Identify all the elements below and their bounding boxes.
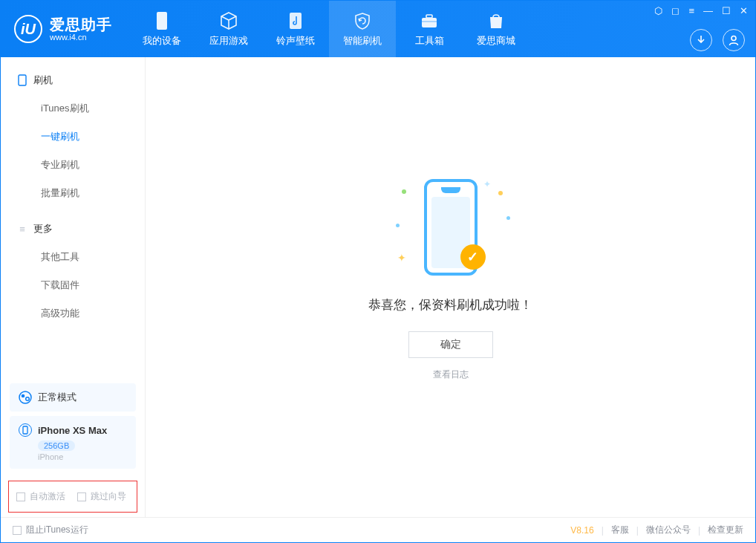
logo-block: iU 爱思助手 www.i4.cn [1, 15, 128, 43]
header-right [690, 29, 745, 51]
device-card[interactable]: iPhone XS Max 256GB iPhone [10, 416, 136, 469]
menu-icon[interactable]: ≡ [688, 5, 694, 16]
download-button[interactable] [690, 29, 712, 51]
refresh-shield-icon [353, 11, 372, 30]
sidebar-item-itunes-flash[interactable]: iTunes刷机 [1, 94, 145, 123]
checkbox-box-icon [13, 526, 22, 535]
main-content: ✓ ✦ ✦ 恭喜您，保资料刷机成功啦！ 确定 查看日志 [146, 57, 755, 517]
checkbox-box-icon [16, 492, 25, 501]
sidebar-item-pro-flash[interactable]: 专业刷机 [1, 151, 145, 179]
bag-icon [487, 11, 505, 30]
titlebar-icons: ⬡ ◻ ≡ — ☐ ✕ [654, 5, 748, 16]
device-type: iPhone [38, 452, 127, 461]
tab-store[interactable]: 爱思商城 [463, 1, 529, 57]
svg-rect-0 [157, 12, 167, 30]
sidebar-item-download-firmware[interactable]: 下载固件 [1, 271, 145, 299]
close-icon[interactable]: ✕ [740, 5, 748, 16]
logo-icon: iU [14, 15, 42, 43]
separator: | [602, 525, 604, 536]
app-window: iU 爱思助手 www.i4.cn 我的设备 应用游戏 铃声壁纸 智能刷机 [0, 0, 756, 543]
checkbox-block-itunes[interactable]: 阻止iTunes运行 [13, 524, 88, 536]
sidebar-item-batch-flash[interactable]: 批量刷机 [1, 179, 145, 207]
group-title: 刷机 [33, 74, 53, 87]
separator: | [698, 525, 700, 536]
sidebar-scroll: 刷机 iTunes刷机 一键刷机 专业刷机 批量刷机 ≡ 更多 其他工具 下载固… [1, 57, 145, 376]
wechat-link[interactable]: 微信公众号 [646, 524, 691, 536]
mode-icon [19, 391, 32, 404]
phone-icon [154, 11, 170, 30]
tab-ringtone-wallpaper[interactable]: 铃声壁纸 [262, 1, 329, 57]
minimize-icon[interactable]: — [703, 5, 713, 16]
tab-apps-games[interactable]: 应用游戏 [195, 1, 262, 57]
download-icon [695, 34, 707, 46]
check-badge-icon: ✓ [460, 244, 486, 270]
tab-my-device[interactable]: 我的设备 [128, 1, 195, 57]
svg-rect-2 [422, 18, 437, 27]
success-block: ✓ ✦ ✦ 恭喜您，保资料刷机成功啦！ 确定 查看日志 [368, 172, 532, 381]
svg-rect-3 [426, 15, 432, 18]
checkbox-box-icon [77, 492, 86, 501]
footer: 阻止iTunes运行 V8.16 | 客服 | 微信公众号 | 检查更新 [1, 517, 755, 542]
device-name: iPhone XS Max [38, 425, 107, 436]
body: 刷机 iTunes刷机 一键刷机 专业刷机 批量刷机 ≡ 更多 其他工具 下载固… [1, 57, 755, 517]
separator: | [636, 525, 639, 536]
view-log-link[interactable]: 查看日志 [433, 368, 469, 381]
account-button[interactable] [723, 29, 745, 51]
main-tabs: 我的设备 应用游戏 铃声壁纸 智能刷机 工具箱 爱思商城 [128, 1, 529, 57]
sidebar-item-advanced[interactable]: 高级功能 [1, 299, 145, 328]
list-icon: ≡ [17, 224, 27, 234]
tab-toolbox[interactable]: 工具箱 [396, 1, 463, 57]
tab-label: 爱思商城 [477, 34, 515, 48]
checkbox-label: 跳过向导 [91, 490, 126, 503]
device-row: iPhone XS Max [19, 423, 127, 437]
svg-point-8 [22, 394, 25, 398]
footer-right: V8.16 | 客服 | 微信公众号 | 检查更新 [570, 524, 743, 536]
svg-point-5 [731, 36, 736, 41]
checkbox-label: 阻止iTunes运行 [26, 524, 88, 536]
toolbox-icon [420, 11, 439, 30]
success-illustration: ✓ ✦ ✦ [369, 172, 532, 283]
tab-label: 智能刷机 [343, 34, 382, 48]
music-file-icon [287, 11, 304, 30]
svg-point-7 [19, 391, 31, 403]
tab-label: 铃声壁纸 [276, 34, 315, 48]
mode-card[interactable]: 正常模式 [10, 383, 136, 412]
maximize-icon[interactable]: ☐ [722, 5, 731, 16]
header: iU 爱思助手 www.i4.cn 我的设备 应用游戏 铃声壁纸 智能刷机 [1, 1, 755, 57]
success-message: 恭喜您，保资料刷机成功啦！ [368, 296, 532, 313]
app-title: 爱思助手 [50, 16, 112, 33]
phone-outline-icon [17, 75, 27, 85]
group-title: 更多 [33, 222, 53, 235]
sidebar-group-flash: 刷机 [1, 66, 145, 94]
check-update-link[interactable]: 检查更新 [708, 524, 743, 536]
tab-smart-flash[interactable]: 智能刷机 [329, 1, 396, 57]
svg-rect-4 [422, 21, 437, 22]
device-capacity: 256GB [38, 440, 75, 451]
checkbox-label: 自动激活 [30, 490, 65, 503]
version-label: V8.16 [570, 525, 593, 536]
svg-point-9 [26, 397, 30, 401]
tab-label: 工具箱 [415, 34, 444, 48]
checkbox-auto-activate[interactable]: 自动激活 [16, 490, 65, 503]
user-icon [728, 34, 740, 46]
footer-left: 阻止iTunes运行 [13, 524, 88, 536]
cube-icon [219, 11, 238, 30]
svg-rect-6 [19, 75, 26, 85]
sidebar-group-more: ≡ 更多 [1, 215, 145, 243]
tab-label: 应用游戏 [209, 34, 248, 48]
svg-rect-1 [290, 13, 302, 29]
tshirt-icon[interactable]: ⬡ [654, 5, 662, 16]
app-subtitle: www.i4.cn [50, 33, 112, 42]
sidebar-item-other-tools[interactable]: 其他工具 [1, 243, 145, 271]
options-highlight-box: 自动激活 跳过向导 [8, 481, 137, 513]
svg-rect-10 [23, 426, 27, 434]
tab-label: 我的设备 [143, 34, 181, 48]
sidebar: 刷机 iTunes刷机 一键刷机 专业刷机 批量刷机 ≡ 更多 其他工具 下载固… [1, 57, 146, 517]
mode-label: 正常模式 [38, 391, 76, 404]
checkbox-skip-guide[interactable]: 跳过向导 [77, 490, 126, 503]
logo-text: 爱思助手 www.i4.cn [50, 16, 112, 42]
sidebar-item-oneclick-flash[interactable]: 一键刷机 [1, 123, 145, 151]
support-link[interactable]: 客服 [611, 524, 629, 536]
feedback-icon[interactable]: ◻ [671, 5, 680, 16]
ok-button[interactable]: 确定 [408, 331, 493, 358]
